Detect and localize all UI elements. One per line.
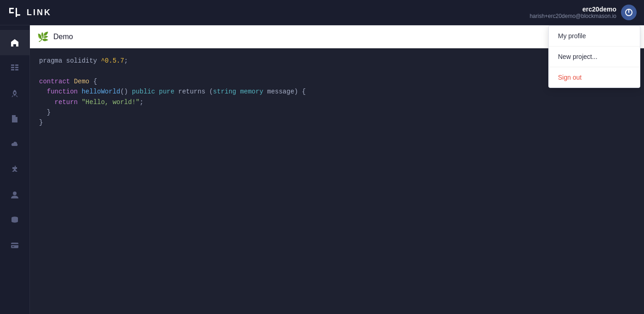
svg-rect-9 [11, 69, 14, 70]
sidebar-item-rocket[interactable] [0, 81, 29, 106]
svg-rect-15 [13, 120, 16, 121]
sidebar-item-plugin[interactable] [0, 157, 29, 182]
svg-rect-18 [11, 243, 18, 248]
svg-point-16 [13, 192, 17, 195]
code-line-return: return "Hello, world!"; [39, 97, 635, 107]
svg-rect-19 [11, 244, 18, 245]
user-email: harish+erc20demo@blockmason.io [529, 13, 616, 19]
svg-rect-4 [16, 14, 20, 16]
svg-point-13 [14, 92, 16, 94]
logo-icon [7, 5, 22, 20]
svg-rect-20 [12, 246, 14, 247]
svg-rect-10 [15, 64, 18, 66]
user-name: erc20demo [529, 6, 616, 13]
power-button[interactable] [621, 5, 637, 20]
top-navigation: LINK erc20demo harish+erc20demo@blockmas… [0, 0, 644, 25]
code-line-func: function helloWorld() public pure return… [39, 87, 635, 97]
svg-rect-12 [15, 69, 18, 70]
sidebar-item-file[interactable] [0, 106, 29, 131]
project-emoji: 🌿 [37, 31, 49, 42]
sidebar-item-cloud[interactable] [0, 131, 29, 157]
svg-rect-2 [9, 12, 14, 13]
code-content: pragma solidity ^0.5.7; contract Demo { … [39, 56, 635, 128]
svg-rect-11 [15, 67, 18, 68]
logo-area: LINK [7, 5, 52, 20]
dropdown-item-my-profile[interactable]: My profile [549, 26, 640, 47]
sidebar-item-grid[interactable] [0, 55, 29, 81]
dropdown-item-sign-out[interactable]: Sign out [549, 67, 640, 87]
code-editor[interactable]: pragma solidity ^0.5.7; contract Demo { … [30, 48, 644, 314]
svg-rect-7 [11, 64, 14, 66]
svg-rect-8 [11, 67, 14, 68]
sidebar-item-database[interactable] [0, 207, 29, 233]
svg-rect-14 [13, 118, 17, 119]
user-dropdown-menu: My profile New project... Sign out [548, 25, 640, 88]
code-line-contract: contract Demo { [39, 76, 635, 87]
project-name: Demo [53, 33, 73, 41]
code-line-pragma: pragma solidity ^0.5.7; [39, 56, 635, 66]
sidebar [0, 25, 30, 314]
code-line-close-inner: } [39, 107, 635, 117]
code-line-empty [39, 66, 635, 76]
sidebar-item-home[interactable] [0, 30, 29, 55]
sidebar-item-user[interactable] [0, 182, 29, 207]
logo-text: LINK [27, 8, 52, 17]
user-info: erc20demo harish+erc20demo@blockmason.io [529, 6, 616, 19]
sidebar-item-card[interactable] [0, 233, 29, 258]
dropdown-item-new-project[interactable]: New project... [549, 47, 640, 67]
user-area[interactable]: erc20demo harish+erc20demo@blockmason.io [529, 5, 637, 20]
code-line-close-outer: } [39, 117, 635, 128]
